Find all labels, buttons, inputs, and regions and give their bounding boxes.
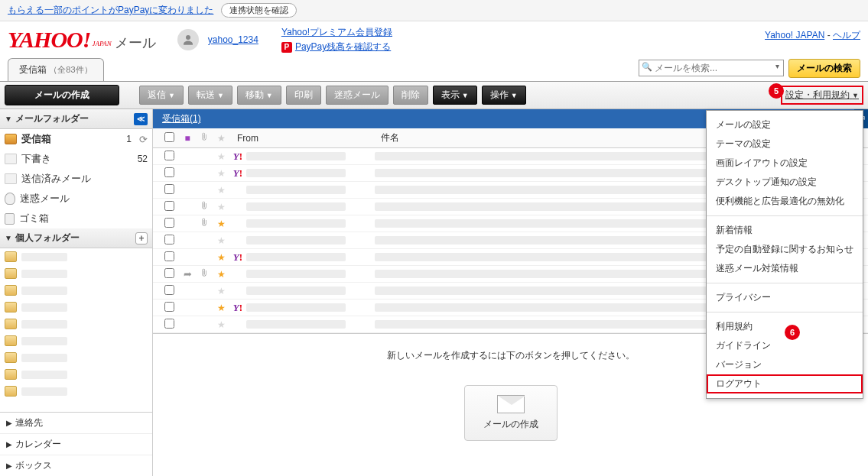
dropdown-item[interactable]: 便利機能と広告最適化の無効化 <box>707 192 863 211</box>
tab-label: 受信箱 <box>19 64 47 75</box>
dropdown-item[interactable]: バージョン <box>707 355 863 374</box>
personal-folder[interactable] <box>0 366 152 383</box>
personal-folder[interactable] <box>0 383 152 400</box>
tab-inbox[interactable]: 受信箱 （全83件） <box>8 58 104 81</box>
folder-icon <box>5 302 17 312</box>
dropdown-item[interactable]: プライバシー <box>707 288 863 307</box>
contacts-link[interactable]: ▶連絡先 <box>0 413 152 433</box>
tab-bar: 受信箱 （全83件） メールの検索 <box>0 58 868 82</box>
dropdown-item[interactable]: デスクトップ通知の設定 <box>707 173 863 192</box>
search-button[interactable]: メールの検索 <box>788 59 860 78</box>
col-attachment[interactable] <box>196 131 213 144</box>
avatar[interactable] <box>177 29 199 50</box>
row-star[interactable]: ★ <box>213 168 229 179</box>
move-button[interactable]: 移動▼ <box>237 86 281 105</box>
yahoo-logo[interactable]: YAHOO! JAPAN メール <box>8 27 156 53</box>
row-checkbox[interactable] <box>164 235 174 244</box>
folder-icon <box>5 352 17 363</box>
row-star[interactable]: ★ <box>213 286 229 296</box>
row-star[interactable]: ★ <box>213 185 229 196</box>
mail-folders-header[interactable]: ▼ メールフォルダー ≪ <box>0 109 152 129</box>
row-checkbox[interactable] <box>164 302 174 312</box>
row-from <box>246 219 375 228</box>
row-star[interactable]: ★ <box>213 303 229 313</box>
logo-text: YAHOO! <box>8 27 90 53</box>
compose-button[interactable]: メールの作成 <box>5 85 119 105</box>
search-input[interactable] <box>639 60 784 76</box>
attachment-icon <box>200 267 209 278</box>
select-all-checkbox[interactable] <box>164 132 174 142</box>
row-star[interactable]: ★ <box>213 269 229 280</box>
folder-spam[interactable]: 迷惑メール <box>0 189 152 209</box>
row-checkbox[interactable] <box>164 218 174 228</box>
row-star[interactable]: ★ <box>213 235 229 246</box>
row-checkbox[interactable] <box>164 251 174 261</box>
inbox-icon <box>5 134 17 144</box>
folder-inbox[interactable]: 受信箱 1 ⟳ <box>0 129 152 149</box>
personal-folder[interactable] <box>0 316 152 332</box>
personal-folder[interactable] <box>0 349 152 366</box>
row-checkbox[interactable] <box>164 151 174 160</box>
row-checkbox[interactable] <box>164 167 174 177</box>
dropdown-item[interactable]: 迷惑メール対策情報 <box>707 259 863 278</box>
personal-folders-header[interactable]: ▼ 個人フォルダー + <box>0 228 152 248</box>
row-star[interactable]: ★ <box>213 319 229 330</box>
compose-card-button[interactable]: メールの作成 <box>464 385 558 441</box>
personal-folder[interactable] <box>0 265 152 282</box>
dropdown-item[interactable]: ガイドライン <box>707 336 863 355</box>
add-folder-button[interactable]: + <box>135 232 148 244</box>
row-star[interactable]: ★ <box>213 151 229 162</box>
folder-icon <box>5 335 17 346</box>
spam-button[interactable]: 迷惑メール <box>326 86 388 105</box>
folder-sent[interactable]: 送信済みメール <box>0 169 152 189</box>
personal-folder[interactable] <box>0 248 152 265</box>
list-title[interactable]: 受信箱(1) <box>162 112 201 125</box>
check-link-status-button[interactable]: 連携状態を確認 <box>221 3 297 18</box>
col-flag[interactable]: ■ <box>179 133 196 144</box>
folder-label: 下書き <box>21 152 51 166</box>
premium-link[interactable]: Yahoo!プレミアム会員登録 <box>281 26 392 39</box>
personal-folder[interactable] <box>0 282 152 299</box>
paypay-balance-link[interactable]: PayPay残高を確認する <box>295 40 391 53</box>
help-link[interactable]: ヘルプ <box>833 30 860 40</box>
paypay-notice-link[interactable]: もらえる一部のポイントがPayPayに変わりました <box>8 4 213 17</box>
row-yahoo-badge: Y! <box>229 167 246 180</box>
row-checkbox[interactable] <box>164 201 174 211</box>
row-star[interactable]: ★ <box>213 202 229 212</box>
dropdown-item[interactable]: ログアウト <box>707 374 863 393</box>
print-button[interactable]: 印刷 <box>286 86 321 105</box>
yahoo-japan-link[interactable]: Yahoo! JAPAN <box>765 30 824 40</box>
row-checkbox[interactable] <box>164 319 174 329</box>
box-link[interactable]: ▶ボックス <box>0 455 152 476</box>
col-star[interactable]: ★ <box>213 133 229 144</box>
collapse-sidebar-icon[interactable]: ≪ <box>134 113 148 125</box>
dropdown-item[interactable]: テーマの設定 <box>707 134 863 154</box>
row-checkbox[interactable] <box>164 268 174 278</box>
settings-dropdown: メールの設定テーマの設定画面レイアウトの設定デスクトップ通知の設定便利機能と広告… <box>706 110 863 399</box>
row-checkbox[interactable] <box>164 184 174 194</box>
row-checkbox[interactable] <box>164 285 174 295</box>
settings-terms-link[interactable]: 設定・利用規約 ▼ <box>781 86 863 105</box>
view-button[interactable]: 表示▼ <box>433 86 477 105</box>
forward-button[interactable]: 転送▼ <box>188 86 232 105</box>
action-button[interactable]: 操作▼ <box>482 86 526 105</box>
row-from <box>246 186 375 194</box>
personal-folder[interactable] <box>0 299 152 316</box>
refresh-icon[interactable]: ⟳ <box>139 134 148 145</box>
folder-trash[interactable]: ゴミ箱 <box>0 209 152 228</box>
col-from[interactable]: From <box>229 133 375 144</box>
row-star[interactable]: ★ <box>213 252 229 263</box>
dropdown-item[interactable]: メールの設定 <box>707 115 863 134</box>
delete-button[interactable]: 削除 <box>393 86 428 105</box>
row-from <box>246 152 375 160</box>
row-star[interactable]: ★ <box>213 219 229 229</box>
calendar-link[interactable]: ▶カレンダー <box>0 433 152 455</box>
username-link[interactable]: yahoo_1234 <box>208 34 258 45</box>
dropdown-item[interactable]: 新着情報 <box>707 221 863 240</box>
callout-5: 5 <box>769 83 784 99</box>
folder-drafts[interactable]: 下書き 52 <box>0 149 152 169</box>
reply-button[interactable]: 返信▼ <box>139 86 184 105</box>
dropdown-item[interactable]: 予定の自動登録に関するお知らせ <box>707 240 863 259</box>
dropdown-item[interactable]: 画面レイアウトの設定 <box>707 154 863 173</box>
personal-folder[interactable] <box>0 332 152 349</box>
